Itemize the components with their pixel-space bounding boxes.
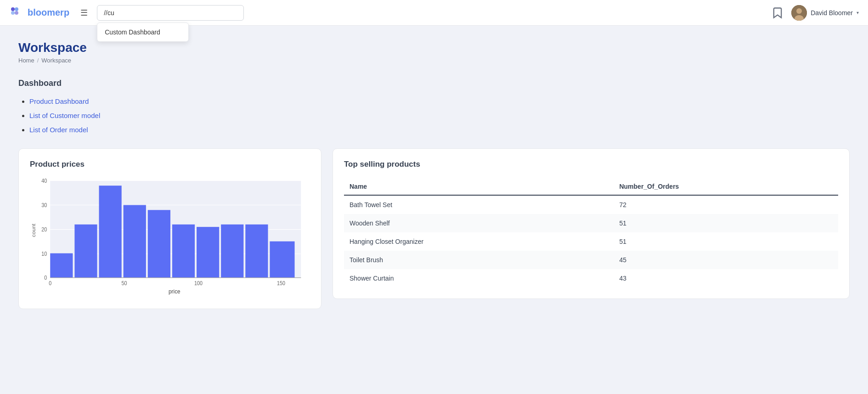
- list-item: List of Customer model: [29, 112, 850, 119]
- avatar-image: [791, 5, 807, 21]
- search-dropdown: Custom Dashboard: [97, 23, 189, 42]
- svg-text:20: 20: [41, 226, 47, 232]
- product-orders: 72: [614, 195, 838, 214]
- svg-text:150: 150: [277, 280, 285, 286]
- top-products-table: Name Number_Of_Orders Bath Towel Set 72 …: [344, 178, 838, 287]
- page-title: Workspace: [18, 40, 850, 55]
- table-row: Shower Curtain 43: [344, 269, 838, 287]
- product-prices-card: Product prices 40 30 20 10 0: [18, 148, 321, 309]
- product-name: Bath Towel Set: [344, 195, 614, 214]
- product-orders: 51: [614, 214, 838, 232]
- hamburger-button[interactable]: ☰: [77, 6, 91, 20]
- search-input[interactable]: [97, 5, 244, 21]
- svg-rect-24: [172, 225, 195, 278]
- product-dashboard-link[interactable]: Product Dashboard: [29, 97, 89, 105]
- svg-text:30: 30: [41, 202, 47, 208]
- svg-text:10: 10: [41, 251, 47, 257]
- svg-rect-25: [197, 227, 219, 278]
- svg-text:0: 0: [49, 280, 51, 286]
- cards-row: Product prices 40 30 20 10 0: [18, 148, 850, 309]
- product-orders: 43: [614, 269, 838, 287]
- svg-point-3: [15, 11, 18, 15]
- svg-rect-26: [221, 225, 243, 278]
- main-content: Workspace Home / Workspace Dashboard Pro…: [0, 26, 868, 324]
- table-row: Toilet Brush 45: [344, 251, 838, 269]
- customer-model-link[interactable]: List of Customer model: [29, 112, 100, 119]
- product-name: Wooden Shelf: [344, 214, 614, 232]
- breadcrumb-separator: /: [37, 57, 39, 64]
- list-item: List of Order model: [29, 126, 850, 134]
- svg-point-2: [11, 11, 15, 15]
- bookmark-icon[interactable]: [771, 6, 784, 19]
- avatar: [791, 5, 807, 21]
- user-name: David Bloomer: [811, 9, 853, 17]
- table-row: Bath Towel Set 72: [344, 195, 838, 214]
- order-model-link[interactable]: List of Order model: [29, 126, 88, 134]
- top-products-title: Top selling products: [344, 160, 838, 169]
- svg-rect-19: [50, 253, 73, 278]
- svg-text:100: 100: [194, 280, 203, 286]
- search-container: Custom Dashboard: [97, 5, 244, 21]
- svg-rect-21: [99, 186, 122, 277]
- svg-rect-20: [74, 225, 97, 278]
- breadcrumb-home[interactable]: Home: [18, 57, 34, 64]
- table-row: Hanging Closet Organizer 51: [344, 232, 838, 251]
- logo-icon: [9, 6, 24, 20]
- breadcrumb: Home / Workspace: [18, 57, 850, 64]
- search-dropdown-item[interactable]: Custom Dashboard: [97, 23, 188, 41]
- product-name: Hanging Closet Organizer: [344, 232, 614, 251]
- chart-svg: 40 30 20 10 0 count: [30, 178, 310, 298]
- logo-text: bloomerp: [28, 7, 69, 18]
- col-header-orders: Number_Of_Orders: [614, 178, 838, 195]
- table-row: Wooden Shelf 51: [344, 214, 838, 232]
- svg-text:price: price: [169, 288, 180, 295]
- svg-rect-28: [270, 242, 294, 278]
- col-header-name: Name: [344, 178, 614, 195]
- user-menu[interactable]: David Bloomer ▾: [791, 5, 859, 21]
- product-name: Shower Curtain: [344, 269, 614, 287]
- product-name: Toilet Brush: [344, 251, 614, 269]
- breadcrumb-current: Workspace: [41, 57, 71, 64]
- list-item: Product Dashboard: [29, 97, 850, 105]
- chart-area: 40 30 20 10 0 count: [30, 178, 310, 298]
- svg-text:40: 40: [41, 178, 47, 184]
- svg-point-5: [796, 8, 802, 14]
- svg-point-1: [15, 7, 18, 11]
- dashboard-links-list: Product Dashboard List of Customer model…: [18, 97, 850, 134]
- svg-text:0: 0: [44, 275, 47, 281]
- svg-rect-27: [245, 225, 268, 278]
- chart-title: Product prices: [30, 160, 310, 169]
- product-orders: 45: [614, 251, 838, 269]
- dashboard-section-title: Dashboard: [18, 79, 850, 88]
- svg-rect-22: [124, 205, 146, 278]
- product-orders: 51: [614, 232, 838, 251]
- header-right: David Bloomer ▾: [771, 5, 859, 21]
- svg-point-0: [11, 7, 15, 11]
- chevron-down-icon: ▾: [857, 10, 859, 15]
- svg-text:50: 50: [122, 280, 127, 286]
- app-logo: bloomerp: [9, 6, 69, 20]
- svg-rect-23: [148, 210, 170, 277]
- svg-text:count: count: [31, 223, 36, 237]
- top-products-card: Top selling products Name Number_Of_Orde…: [333, 148, 850, 299]
- app-header: bloomerp ☰ Custom Dashboard: [0, 0, 868, 26]
